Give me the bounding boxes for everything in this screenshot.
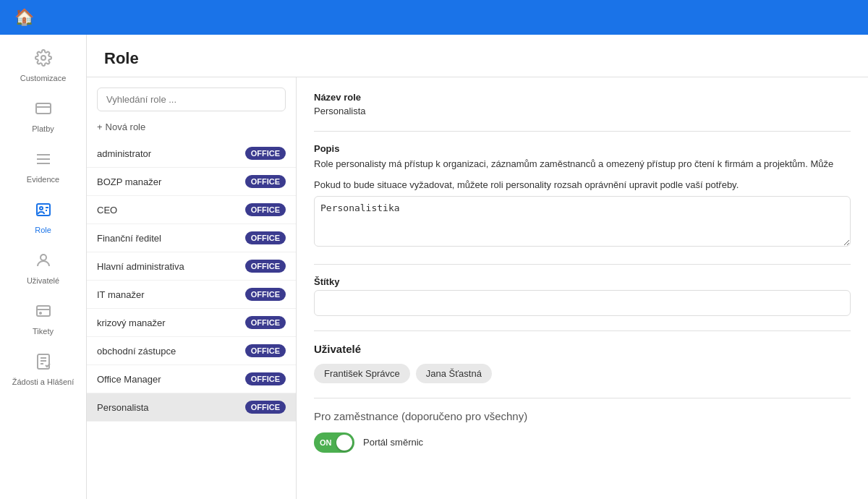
popis-section: Popis Role personalisty má přístup k org… [314, 143, 851, 250]
office-badge: OFFICE [245, 231, 286, 244]
platby-icon [35, 100, 52, 121]
divider-1 [314, 131, 851, 132]
svg-rect-11 [37, 306, 50, 316]
sidebar-item-tikety[interactable]: Tikety [0, 295, 86, 343]
user-chips: František SprávceJana Šťastná [314, 364, 851, 383]
role-icon [35, 201, 52, 223]
stitky-section: Štítky [314, 276, 851, 316]
home-icon[interactable]: 🏠 [14, 8, 34, 27]
sidebar-item-label: Uživatelé [27, 276, 59, 285]
role-name: Personalista [97, 402, 149, 413]
role-name: administrator [97, 148, 151, 159]
svg-point-7 [40, 207, 43, 210]
role-item[interactable]: BOZP manažer OFFICE [87, 168, 296, 196]
role-name-label: Název role [314, 92, 851, 103]
role-item[interactable]: CEO OFFICE [87, 196, 296, 224]
sidebar-item-evidence[interactable]: Evidence [0, 143, 86, 191]
role-item[interactable]: administrator OFFICE [87, 140, 296, 168]
office-badge: OFFICE [245, 401, 286, 414]
detail-panel: Název role Personalista Popis Role perso… [297, 77, 868, 499]
role-name-section: Název role Personalista [314, 92, 851, 116]
role-name: Hlavní administrativa [97, 261, 184, 272]
office-badge: OFFICE [245, 372, 286, 385]
roles-panel: + Nová role administrator OFFICE BOZP ma… [87, 77, 297, 499]
role-name-value: Personalista [314, 106, 851, 116]
pro-zamestnance-title: Pro zaměstnance (doporučeno pro všechny) [314, 410, 851, 422]
uzivatele-section: Uživatelé František SprávceJana Šťastná [314, 343, 851, 383]
role-name: CEO [97, 205, 117, 216]
uzivatele-icon [35, 252, 52, 273]
sidebar-item-platby[interactable]: Platby [0, 93, 86, 140]
role-item[interactable]: obchodní zástupce OFFICE [87, 337, 296, 365]
role-item[interactable]: Finanční ředitel OFFICE [87, 224, 296, 252]
office-badge: OFFICE [245, 203, 286, 216]
customizace-icon [35, 49, 52, 71]
sidebar-item-zadosti[interactable]: Žádosti a Hlášení [0, 346, 86, 393]
sidebar-item-uzivatele[interactable]: Uživatelé [0, 244, 86, 292]
roles-list: administrator OFFICE BOZP manažer OFFICE… [87, 140, 296, 499]
zadosti-icon [35, 353, 52, 375]
plus-icon: + [97, 121, 103, 132]
popis-text1: Role personalisty má přístup k organizac… [314, 157, 851, 172]
page-header: Role [87, 35, 868, 77]
sidebar-item-label: Evidence [27, 175, 59, 184]
user-chip[interactable]: Jana Šťastná [416, 364, 492, 383]
role-name: BOZP manažer [97, 176, 161, 187]
sidebar-item-label: Tikety [33, 327, 54, 336]
svg-point-0 [41, 56, 46, 60]
main-layout: Customizace Platby Evidence [0, 35, 868, 499]
role-item[interactable]: krizový manažer OFFICE [87, 309, 296, 337]
stitky-label: Štítky [314, 276, 851, 287]
portal-toggle[interactable]: ON [314, 432, 354, 453]
divider-4 [314, 398, 851, 398]
panels: + Nová role administrator OFFICE BOZP ma… [87, 77, 868, 499]
tikety-icon [35, 302, 52, 324]
stitky-input[interactable] [314, 290, 851, 316]
popis-text2: Pokud to bude situace vyžadovat, můžete … [314, 178, 851, 193]
evidence-icon [35, 150, 52, 172]
office-badge: OFFICE [245, 260, 286, 273]
popis-textarea[interactable]: Personalistika [314, 196, 851, 247]
role-item[interactable]: Hlavní administrativa OFFICE [87, 252, 296, 281]
role-item[interactable]: Office Manager OFFICE [87, 365, 296, 393]
role-name: krizový manažer [97, 317, 166, 328]
role-item[interactable]: IT manažer OFFICE [87, 281, 296, 309]
uzivatele-title: Uživatelé [314, 343, 851, 355]
roles-search-input[interactable] [97, 88, 286, 111]
toggle-on-label: ON [320, 438, 332, 447]
sidebar-item-label: Role [35, 226, 51, 234]
user-chip[interactable]: František Správce [314, 364, 410, 383]
divider-3 [314, 330, 851, 331]
office-badge: OFFICE [245, 175, 286, 188]
sidebar-item-label: Žádosti a Hlášení [12, 378, 75, 386]
office-badge: OFFICE [245, 147, 286, 160]
sidebar: Customizace Platby Evidence [0, 35, 87, 499]
roles-search-wrapper [87, 77, 296, 117]
sidebar-item-label: Platby [32, 124, 54, 133]
new-role-label: Nová role [106, 121, 146, 132]
svg-point-10 [41, 255, 46, 260]
office-badge: OFFICE [245, 344, 286, 357]
topbar: 🏠 [0, 0, 868, 35]
svg-point-12 [40, 312, 41, 314]
sidebar-item-customizace[interactable]: Customizace [0, 42, 86, 90]
content-area: Role + Nová role administrator OFFICE BO… [87, 35, 868, 499]
page-title: Role [104, 49, 851, 68]
office-badge: OFFICE [245, 288, 286, 301]
role-name: IT manažer [97, 289, 145, 300]
pro-zamestnance-section: Pro zaměstnance (doporučeno pro všechny)… [314, 410, 851, 453]
role-name: Office Manager [97, 374, 161, 385]
toggle-row: ON Portál směrnic [314, 432, 851, 453]
new-role-button[interactable]: + Nová role [87, 117, 296, 140]
sidebar-item-label: Customizace [20, 74, 67, 82]
role-name: obchodní zástupce [97, 346, 176, 357]
svg-rect-1 [36, 103, 51, 114]
toggle-knob [336, 435, 352, 451]
divider-2 [314, 264, 851, 265]
popis-label: Popis [314, 143, 851, 154]
office-badge: OFFICE [245, 316, 286, 329]
role-name: Finanční ředitel [97, 233, 161, 244]
portal-label: Portál směrnic [363, 437, 423, 448]
sidebar-item-role[interactable]: Role [0, 194, 86, 242]
role-item[interactable]: Personalista OFFICE [87, 393, 296, 422]
